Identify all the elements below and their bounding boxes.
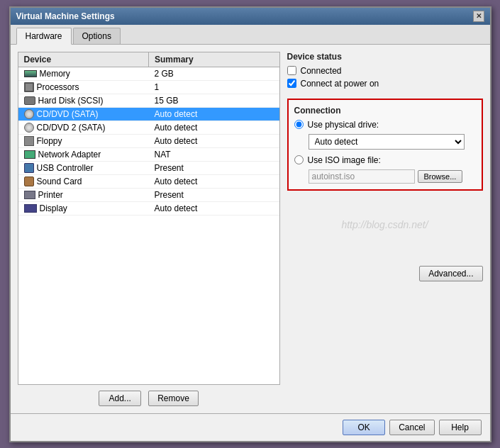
iso-label: Use ISO image file: [308, 155, 381, 165]
summary-cell: Auto detect [149, 135, 279, 147]
hdd-icon [24, 96, 35, 105]
connected-checkbox[interactable] [287, 66, 296, 75]
cd-icon [24, 123, 34, 133]
right-panel: Device status Connected Connect at power… [287, 52, 483, 406]
device-cell: Display [18, 202, 149, 215]
device-cell: USB Controller [18, 162, 149, 174]
close-button[interactable]: ✕ [473, 11, 484, 22]
net-icon [24, 150, 35, 159]
content-area: Device Summary Memory2 GBProcessors1Hard… [11, 45, 490, 413]
iso-file-row: Browse... [309, 169, 476, 184]
table-row[interactable]: DisplayAuto detect [18, 202, 279, 215]
device-name: Printer [38, 190, 63, 200]
summary-cell: Auto detect [149, 121, 279, 134]
connect-power-checkbox[interactable] [287, 79, 296, 88]
connection-section: Connection Use physical drive: Auto dete… [287, 99, 483, 191]
summary-cell: Auto detect [149, 175, 279, 188]
device-cell: Network Adapter [18, 148, 149, 161]
table-body: Memory2 GBProcessors1Hard Disk (SCSI)15 … [18, 67, 279, 215]
table-row[interactable]: CD/DVD (SATA)Auto detect [18, 108, 279, 121]
device-name: Processors [37, 82, 79, 92]
remove-button[interactable]: Remove [148, 391, 199, 406]
device-cell: CD/DVD (SATA) [18, 108, 149, 121]
physical-drive-select[interactable]: Auto detect [309, 134, 465, 150]
iso-radio[interactable] [294, 155, 304, 164]
table-row[interactable]: Hard Disk (SCSI)15 GB [18, 94, 279, 108]
tab-options[interactable]: Options [73, 28, 121, 44]
display-icon [24, 204, 37, 213]
connect-power-label: Connect at power on [301, 79, 379, 89]
device-cell: Printer [18, 189, 149, 201]
connected-row: Connected [287, 66, 483, 76]
bottom-bar: OK Cancel Help [11, 413, 490, 441]
header-summary: Summary [149, 52, 279, 67]
browse-button[interactable]: Browse... [418, 170, 463, 183]
summary-cell: Auto detect [149, 202, 279, 215]
device-name: CD/DVD 2 (SATA) [37, 123, 106, 133]
table-row[interactable]: USB ControllerPresent [18, 162, 279, 175]
left-buttons: Add... Remove [18, 391, 280, 406]
device-cell: Sound Card [18, 175, 149, 188]
summary-cell: 2 GB [149, 67, 279, 80]
floppy-icon [24, 136, 34, 146]
summary-cell: Present [149, 162, 279, 174]
table-row[interactable]: Sound CardAuto detect [18, 175, 279, 189]
left-panel: Device Summary Memory2 GBProcessors1Hard… [18, 52, 280, 406]
device-name: CD/DVD (SATA) [37, 109, 99, 119]
device-cell: Memory [18, 67, 149, 80]
tab-bar: Hardware Options [11, 25, 490, 45]
memory-icon [24, 70, 37, 77]
table-row[interactable]: PrinterPresent [18, 189, 279, 202]
device-cell: Hard Disk (SCSI) [18, 94, 149, 107]
device-cell: Processors [18, 81, 149, 94]
advanced-btn-row: Advanced... [287, 266, 483, 281]
add-button[interactable]: Add... [99, 391, 141, 406]
iso-input[interactable] [309, 169, 415, 184]
table-header: Device Summary [18, 52, 279, 67]
physical-drive-label: Use physical drive: [308, 120, 379, 130]
summary-cell: NAT [149, 148, 279, 161]
connected-label: Connected [301, 66, 342, 76]
device-name: Memory [40, 69, 70, 79]
summary-cell: 1 [149, 81, 279, 94]
connect-power-row: Connect at power on [287, 79, 483, 89]
table-row[interactable]: CD/DVD 2 (SATA)Auto detect [18, 121, 279, 135]
header-device: Device [18, 52, 150, 67]
table-row[interactable]: Network AdapterNAT [18, 148, 279, 162]
device-name: USB Controller [37, 163, 94, 173]
table-row[interactable]: Memory2 GB [18, 67, 279, 81]
help-button[interactable]: Help [439, 420, 482, 435]
device-status-section: Device status Connected Connect at power… [287, 52, 483, 91]
device-name: Sound Card [37, 177, 82, 186]
cancel-button[interactable]: Cancel [389, 420, 434, 435]
device-name: Hard Disk (SCSI) [38, 96, 104, 106]
cpu-icon [24, 82, 34, 92]
device-cell: Floppy [18, 135, 149, 147]
summary-cell: 15 GB [149, 94, 279, 107]
device-name: Network Adapter [38, 150, 101, 159]
device-status-title: Device status [287, 52, 483, 62]
device-name: Floppy [37, 136, 62, 146]
connection-title: Connection [294, 106, 476, 116]
tab-hardware[interactable]: Hardware [16, 28, 72, 45]
sound-icon [24, 177, 34, 186]
iso-row: Use ISO image file: [294, 155, 476, 165]
summary-cell: Present [149, 189, 279, 201]
usb-icon [24, 163, 34, 173]
summary-cell: Auto detect [149, 108, 279, 121]
advanced-button[interactable]: Advanced... [419, 266, 482, 281]
physical-drive-row: Use physical drive: [294, 120, 476, 130]
title-bar: Virtual Machine Settings ✕ [11, 8, 490, 25]
main-window: Virtual Machine Settings ✕ Hardware Opti… [9, 6, 491, 442]
title-bar-buttons: ✕ [473, 11, 484, 22]
ok-button[interactable]: OK [343, 420, 385, 435]
device-cell: CD/DVD 2 (SATA) [18, 121, 149, 134]
physical-drive-radio[interactable] [294, 120, 304, 129]
cd-icon [24, 109, 34, 119]
table-row[interactable]: FloppyAuto detect [18, 135, 279, 148]
printer-icon [24, 191, 35, 199]
table-row[interactable]: Processors1 [18, 81, 279, 94]
device-table: Device Summary Memory2 GBProcessors1Hard… [18, 52, 280, 385]
window-title: Virtual Machine Settings [16, 11, 115, 21]
auto-detect-row: Auto detect [309, 134, 476, 150]
